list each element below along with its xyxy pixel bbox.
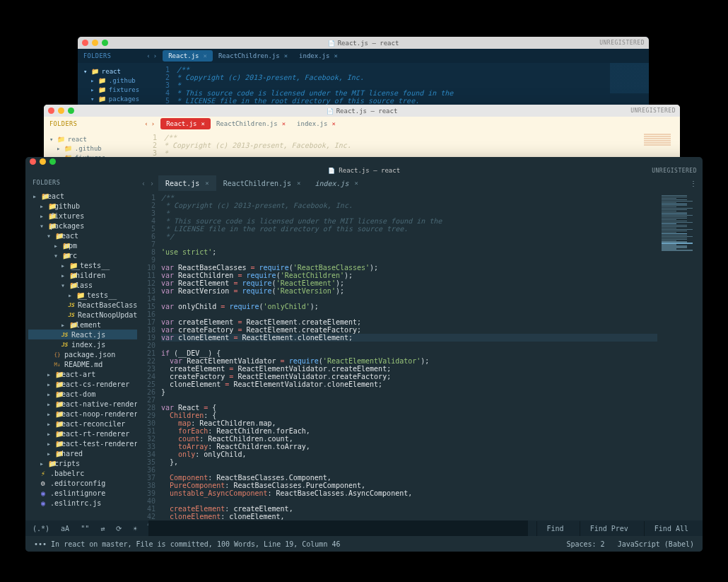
file-label: react: [43, 192, 64, 200]
sidebar[interactable]: ▸ 📁react▸ 📁.github▸ 📁fixtures▾ 📁packages…: [25, 191, 137, 520]
highlight-toggle[interactable]: ☀: [130, 523, 140, 534]
sidebar-item-shared[interactable]: ▸ 📁shared: [28, 448, 137, 458]
nav-back-icon[interactable]: ‹: [144, 120, 148, 127]
folder-react[interactable]: ▾ 📁 react: [83, 66, 143, 76]
nav-fwd-icon[interactable]: ›: [153, 52, 157, 59]
sidebar-item--github[interactable]: ▸ 📁.github: [28, 201, 137, 211]
sidebar-item-src[interactable]: ▾ 📁src: [28, 250, 137, 260]
file-label: __tests__: [71, 262, 110, 269]
close-tab-icon[interactable]: ×: [331, 120, 335, 127]
file-label: npm: [64, 242, 77, 250]
nav-fwd-icon[interactable]: ›: [150, 180, 154, 187]
status-syntax[interactable]: JavaScript (Babel): [618, 540, 694, 548]
folder-fixtures[interactable]: ▸ 📁 fixtures: [83, 85, 143, 94]
sidebar-item-children[interactable]: ▸ 📁children: [28, 270, 137, 280]
case-toggle[interactable]: aA: [58, 523, 72, 534]
tab-react-children[interactable]: ReactChildren.js×: [216, 175, 308, 191]
close-tab-icon[interactable]: ×: [201, 120, 205, 127]
nav-arrows[interactable]: ‹›: [144, 120, 155, 127]
tab-index-js[interactable]: index.js×: [291, 118, 341, 129]
sidebar-item-react-art[interactable]: ▸ 📁react-art: [28, 369, 137, 379]
tab-index-js[interactable]: index.js×: [293, 50, 344, 62]
sidebar-item-react[interactable]: ▸ 📁react: [28, 191, 137, 201]
regex-toggle[interactable]: (.*): [30, 523, 52, 534]
close-tab-icon[interactable]: ×: [284, 52, 288, 59]
sidebar-item-react-test-renderer[interactable]: ▸ 📁react-test-renderer: [28, 438, 137, 448]
find-all-button[interactable]: Find All: [644, 521, 698, 536]
titlebar[interactable]: React.js — react UNREGISTERED: [44, 105, 680, 117]
folder-react[interactable]: ▾ 📁 react: [49, 134, 130, 144]
tab-react-js[interactable]: React.js×: [163, 50, 213, 62]
code-editor[interactable]: 1234567891011121314151617181920212223242…: [137, 191, 703, 520]
sidebar-item--editorconfig[interactable]: ⚙.editorconfig: [28, 478, 137, 488]
find-input[interactable]: [148, 520, 527, 536]
in-selection-toggle[interactable]: ⟳: [113, 523, 124, 534]
sidebar-item-npm[interactable]: ▸ 📁npm: [28, 240, 137, 250]
sidebar-item--babelrc[interactable]: ⚡.babelrc: [28, 468, 137, 478]
sidebar-item-reactbaseclasses-js[interactable]: JSReactBaseClasses.js: [28, 300, 137, 310]
folder-github[interactable]: ▸ 📁 .github: [83, 76, 143, 85]
nav-back-icon[interactable]: ‹: [141, 180, 146, 187]
nav-arrows[interactable]: ‹›: [146, 52, 157, 59]
traffic-lights[interactable]: [30, 158, 56, 165]
close-tab-icon[interactable]: ×: [282, 120, 286, 127]
fo-icon: ▾ 📁: [54, 252, 61, 260]
minimap[interactable]: [657, 191, 703, 520]
whole-word-toggle[interactable]: "": [78, 523, 92, 534]
sidebar-item-class[interactable]: ▾ 📁class: [28, 280, 137, 290]
menu-icon[interactable]: ⋮: [684, 175, 703, 191]
find-prev-button[interactable]: Find Prev: [580, 521, 638, 536]
sidebar-item-reactnoopupdatequeue-j[interactable]: JSReactNoopUpdateQueue.j: [28, 310, 137, 320]
wrap-toggle[interactable]: ⇄: [98, 523, 107, 534]
sidebar-item-react[interactable]: ▾ 📁react: [28, 231, 137, 240]
status-spaces[interactable]: Spaces: 2: [566, 540, 604, 548]
sidebar-item-element[interactable]: ▸ 📁element: [28, 320, 137, 330]
sidebar-item-scripts[interactable]: ▸ 📁scripts: [28, 458, 137, 468]
tab-react-js[interactable]: React.js×: [158, 175, 216, 191]
sidebar-item-index-js[interactable]: JSindex.js: [28, 339, 137, 349]
titlebar[interactable]: React.js — react UNREGISTERED: [78, 37, 649, 49]
code-text[interactable]: /** * Copyright (c) 2013-present, Facebo…: [161, 191, 657, 520]
file-label: __tests__: [78, 291, 117, 299]
tab-react-children[interactable]: ReactChildren.js×: [211, 118, 291, 129]
sidebar-item--tests-[interactable]: ▸ 📁__tests__: [28, 260, 137, 270]
titlebar[interactable]: [25, 157, 703, 165]
sidebar-item-react-js[interactable]: JSReact.js: [28, 330, 137, 339]
sidebar-item-readme-md[interactable]: M↓README.md: [28, 359, 137, 369]
find-button[interactable]: Find: [536, 521, 574, 536]
sidebar-item-react-noop-renderer[interactable]: ▸ 📁react-noop-renderer: [28, 409, 137, 419]
sidebar-item--eslintignore[interactable]: ◉.eslintignore: [28, 488, 137, 498]
fo-icon: ▾ 📁: [40, 222, 47, 230]
close-tab-icon[interactable]: ×: [204, 52, 207, 59]
folders-header: FOLDERS: [83, 52, 111, 59]
eslint-icon: ◉: [40, 489, 47, 497]
sidebar-item-packages[interactable]: ▾ 📁packages: [28, 221, 137, 231]
folder-github[interactable]: ▸ 📁 .github: [49, 144, 130, 153]
minimize-icon[interactable]: [40, 158, 46, 165]
sidebar-item-react-native-renderer[interactable]: ▸ 📁react-native-renderer: [28, 399, 137, 409]
sidebar-item-react-cs-renderer[interactable]: ▸ 📁react-cs-renderer: [28, 379, 137, 389]
sidebar-item-fixtures[interactable]: ▸ 📁fixtures: [28, 211, 137, 221]
tab-index-js[interactable]: index.js×: [307, 175, 365, 191]
close-tab-icon[interactable]: ×: [334, 52, 337, 59]
tab-react-js[interactable]: React.js×: [160, 118, 211, 129]
sidebar-item--tests-[interactable]: ▸ 📁__tests__: [28, 290, 137, 300]
tab-react-children[interactable]: ReactChildren.js×: [213, 50, 293, 62]
zoom-icon[interactable]: [49, 158, 56, 165]
tab-row: FOLDERS ‹› React.js× ReactChildren.js× i…: [44, 117, 680, 131]
close-tab-icon[interactable]: ×: [355, 180, 358, 187]
folder-packages[interactable]: ▾ 📁 packages: [83, 94, 143, 103]
close-tab-icon[interactable]: ×: [297, 180, 300, 187]
close-tab-icon[interactable]: ×: [205, 180, 209, 187]
nav-fwd-icon[interactable]: ›: [151, 120, 155, 127]
sidebar-item-react-reconciler[interactable]: ▸ 📁react-reconciler: [28, 419, 137, 429]
fo-icon: ▸ 📁: [47, 380, 54, 388]
sidebar-item-package-json[interactable]: {}package.json: [28, 349, 137, 359]
close-icon[interactable]: [30, 158, 36, 165]
sidebar-item-react-rt-renderer[interactable]: ▸ 📁react-rt-renderer: [28, 429, 137, 438]
sidebar-item-react-dom[interactable]: ▸ 📁react-dom: [28, 389, 137, 399]
fo-icon: ▸ 📁: [47, 430, 54, 438]
sidebar-item--eslintrc-js[interactable]: ◉.eslintrc.js: [28, 498, 137, 508]
nav-arrows[interactable]: ‹›: [137, 175, 158, 191]
nav-back-icon[interactable]: ‹: [146, 52, 150, 59]
